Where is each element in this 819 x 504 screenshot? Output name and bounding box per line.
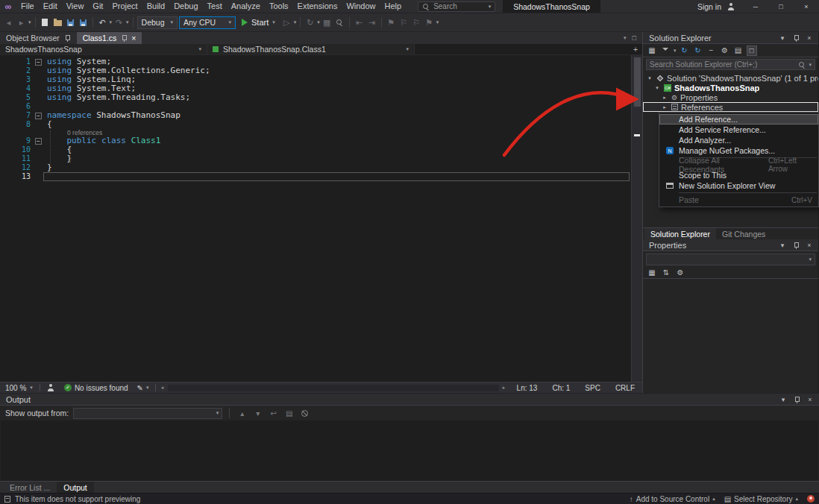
solution-search-input[interactable]	[650, 60, 795, 69]
close-panel-icon[interactable]: ×	[803, 33, 815, 43]
alphabetical-icon[interactable]: ⇅	[661, 268, 671, 278]
output-source-dropdown[interactable]: ▾	[73, 408, 222, 419]
filter-icon[interactable]	[660, 45, 671, 56]
filter-dropdown-icon[interactable]: ▾	[674, 48, 677, 54]
menu-item-collapse-all-descendants[interactable]: Collapse All Descendants Ctrl+Left Arrow	[659, 160, 818, 170]
chevron-right-icon[interactable]: ▸	[661, 95, 668, 101]
new-file-icon[interactable]	[40, 16, 51, 28]
pin-icon[interactable]	[791, 394, 803, 405]
sync-with-active-document-icon[interactable]: ↻	[680, 45, 690, 56]
platform-dropdown[interactable]: Any CPU ▾	[179, 16, 236, 29]
open-file-icon[interactable]	[52, 16, 63, 28]
toolbar-overflow-icon[interactable]: ▾	[436, 19, 439, 25]
column-indicator[interactable]: Ch: 1	[545, 384, 577, 392]
refresh-icon[interactable]: ↻	[693, 45, 703, 56]
menu-item[interactable]: Edit	[39, 0, 62, 13]
project-dropdown[interactable]: ShadowsThanosSnap ▾	[0, 44, 207, 54]
previous-bookmark-icon[interactable]: ⚐	[398, 16, 410, 28]
menu-item-manage-nuget-packages[interactable]: N Manage NuGet Packages...	[659, 145, 818, 156]
collapse-all-icon[interactable]: −	[706, 45, 717, 56]
menu-item[interactable]: View	[62, 0, 89, 13]
tab-output[interactable]: Output	[57, 482, 94, 493]
scrollbar-track[interactable]	[168, 385, 499, 391]
chevron-down-icon[interactable]: ▾	[809, 62, 812, 68]
attach-to-process-icon[interactable]: ▦	[321, 16, 333, 28]
user-profile-icon[interactable]	[727, 2, 735, 11]
tab-object-browser[interactable]: Object Browser	[0, 32, 77, 44]
fold-marker-icon[interactable]: −	[35, 138, 42, 145]
document-list-icon[interactable]: ▾	[624, 35, 627, 41]
indent-increase-icon[interactable]: ⇥	[366, 16, 377, 28]
properties-icon[interactable]: ⚙	[720, 45, 730, 56]
document-health-indicator[interactable]: ✓ No issues found	[60, 384, 133, 392]
chevron-down-icon[interactable]: ▾	[776, 33, 788, 43]
tree-item-references[interactable]: ▸ References	[643, 102, 818, 112]
pin-icon[interactable]	[63, 34, 71, 42]
chevron-right-icon[interactable]: ▸	[661, 104, 668, 110]
menu-item-add-service-reference[interactable]: Add Service Reference...	[659, 125, 818, 135]
hot-reload-dropdown-icon[interactable]: ▾	[317, 19, 320, 25]
code-editor[interactable]: 1−using System;2using System.Collections…	[0, 55, 642, 382]
chevron-down-icon[interactable]: ▾	[653, 85, 661, 91]
code-line[interactable]: 12}	[0, 163, 642, 172]
minimize-button[interactable]: ─	[743, 0, 768, 13]
properties-header[interactable]: Properties ▾ ×	[643, 239, 818, 251]
fold-marker-icon[interactable]: −	[35, 113, 42, 119]
code-line[interactable]: 11 }	[0, 154, 642, 163]
run-without-debugging-icon[interactable]: ▷	[281, 16, 292, 28]
find-in-files-icon[interactable]	[334, 16, 345, 28]
code-line[interactable]: 5using System.Threading.Tasks;	[0, 93, 642, 102]
tree-item-properties[interactable]: ▸ ⚙ Properties	[643, 92, 818, 102]
save-icon[interactable]	[65, 16, 76, 28]
code-line[interactable]: 10 {	[0, 145, 642, 154]
menu-item[interactable]: Project	[107, 0, 142, 13]
switch-views-icon[interactable]: ▦	[647, 45, 657, 56]
start-debugging-button[interactable]: Start ▾	[237, 16, 280, 30]
clear-all-icon[interactable]	[299, 408, 310, 418]
menu-item[interactable]: Analyze	[227, 0, 265, 13]
feedback-button[interactable]	[42, 383, 60, 392]
split-window-button[interactable]: +	[629, 44, 642, 54]
add-to-source-control-button[interactable]: ↑ Add to Source Control ▴	[630, 495, 715, 503]
output-header[interactable]: Output ▾ ×	[0, 394, 819, 406]
menu-item[interactable]: File	[16, 0, 39, 13]
navigate-forward-icon[interactable]: ▸	[16, 16, 27, 28]
navigate-dropdown-icon[interactable]: ▾	[28, 19, 31, 25]
word-wrap-icon[interactable]: ↩	[268, 408, 279, 418]
hot-reload-icon[interactable]: ↻	[304, 16, 316, 28]
sign-in-button[interactable]: Sign in	[697, 2, 721, 11]
property-pages-icon[interactable]: ⚙	[675, 268, 685, 278]
menu-item[interactable]: Debug	[169, 0, 202, 13]
titlebar-search[interactable]: Search ▾	[418, 1, 495, 12]
tree-item-project[interactable]: ▾ C# ShadowsThanosSnap	[643, 83, 818, 92]
scroll-right-icon[interactable]: ▸	[499, 385, 509, 391]
undo-icon[interactable]: ↶	[97, 16, 108, 28]
menu-item[interactable]: Build	[142, 0, 169, 13]
zoom-dropdown[interactable]: 100 % ▾	[0, 384, 38, 392]
configuration-dropdown[interactable]: Debug ▾	[137, 16, 178, 29]
close-panel-icon[interactable]: ×	[804, 394, 816, 405]
spaces-indicator[interactable]: SPC	[577, 384, 608, 392]
properties-object-dropdown[interactable]: ▾	[646, 253, 815, 265]
redo-icon[interactable]: ↷	[113, 16, 125, 28]
pin-icon[interactable]	[790, 240, 802, 251]
menu-item[interactable]: Help	[380, 0, 407, 13]
redo-dropdown-icon[interactable]: ▾	[126, 19, 129, 25]
pin-icon[interactable]	[120, 34, 128, 42]
fold-marker-icon[interactable]: −	[35, 59, 42, 66]
next-message-icon[interactable]: ▾	[252, 408, 263, 418]
close-panel-icon[interactable]: ×	[803, 240, 815, 251]
menu-item-add-analyzer[interactable]: Add Analyzer...	[659, 135, 818, 145]
menu-item-new-solution-explorer-view[interactable]: New Solution Explorer View	[659, 180, 818, 191]
line-ending-indicator[interactable]: CRLF	[608, 384, 642, 392]
chevron-down-icon[interactable]: ▾	[777, 394, 789, 405]
output-body[interactable]	[1, 420, 818, 481]
chevron-down-icon[interactable]: ▾	[776, 240, 788, 251]
close-tab-icon[interactable]: ×	[131, 34, 136, 42]
undo-dropdown-icon[interactable]: ▾	[110, 19, 113, 25]
menu-item[interactable]: Window	[342, 0, 380, 13]
chevron-down-icon[interactable]: ▾	[646, 75, 653, 81]
window-layout-icon[interactable]: □	[633, 34, 636, 42]
pin-icon[interactable]	[790, 33, 802, 43]
menu-item-paste[interactable]: Paste Ctrl+V	[659, 195, 818, 205]
